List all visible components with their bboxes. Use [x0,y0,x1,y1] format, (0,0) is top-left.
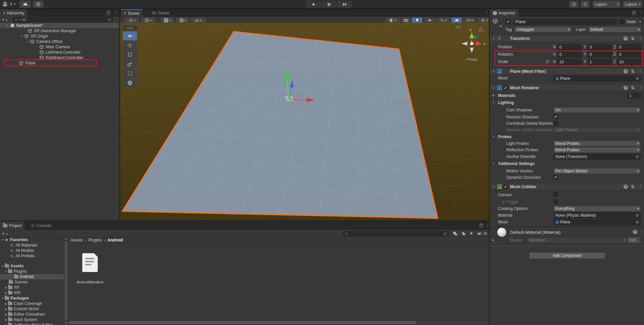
favorite-all-prefabs[interactable]: All Prefabs [10,253,64,259]
favorites-section-row[interactable]: ▼ ★ Favorites [0,237,64,242]
transform-header[interactable]: ▼ Transform ? ⋮ [490,35,644,42]
scene-menu-kebab-icon[interactable]: ⋮ [485,10,489,15]
presets-icon[interactable] [631,86,635,90]
tree-row-jetbrains-rider-editor[interactable]: ▶ JetBrains Rider Editor [4,322,64,325]
tree-row-packages[interactable]: ▼ Packages [0,295,64,301]
breadcrumb-assets[interactable]: Assets [71,238,83,242]
view-tool-button[interactable] [123,32,137,40]
foldout-closed-icon[interactable]: ▶ [4,318,8,321]
hierarchy-row-samplescene[interactable]: ▼ SampleScene* ⋮ [0,23,119,28]
foldout-open-icon[interactable]: ▼ [20,35,24,38]
motion-vectors-dropdown[interactable]: Per Object Motion [553,168,641,174]
foldout-open-icon[interactable]: ▼ [492,70,496,73]
mesh-collider-header[interactable]: ▼ Mesh Collider ? ⋮ [490,183,644,190]
create-asset-caret-icon[interactable]: ▾ [6,232,8,236]
move-tool-button[interactable] [123,41,137,50]
tree-row-android[interactable]: Android [14,274,64,279]
layout-dropdown[interactable]: Layout▾ [623,1,642,8]
inspector-menu-kebab-icon[interactable]: ⋮ [639,10,643,15]
light-probes-dropdown[interactable]: Blend Probes [553,141,641,147]
help-icon[interactable]: ? [624,69,628,73]
favorite-all-models[interactable]: All Models [10,248,64,253]
plastic-scm-button[interactable] [33,1,44,8]
play-button[interactable] [306,1,321,8]
tools-overlay-handle[interactable] [123,25,137,31]
hierarchy-row-xr-interaction-manager[interactable]: XR Interaction Manager [28,28,118,34]
scrollbar-thumb[interactable] [69,321,416,324]
material-preview-sphere[interactable] [497,228,506,237]
scale-tool-button[interactable] [123,60,137,68]
draw-mode-button[interactable]: ▾ [385,17,400,23]
hierarchy-row-xr-origin[interactable]: ▼ XR Origin [20,34,118,39]
tab-scene[interactable]: # Scene [121,9,142,17]
position-y-field[interactable]: 0 [588,44,612,50]
undo-history-button[interactable] [569,1,579,8]
tree-row-code-coverage[interactable]: ▶ Code Coverage [4,301,64,306]
gizmos-button[interactable]: ▾ [477,17,489,23]
favorites-star-icon[interactable]: ★ [469,231,473,236]
tree-row-editor-coroutines[interactable]: ▶ Editor Coroutines [4,312,64,317]
tree-row-input-system[interactable]: ▶ Input System [4,317,64,322]
scene-lighting-toggle[interactable] [412,17,422,23]
foldout-open-icon[interactable]: ▼ [5,24,9,27]
global-search-button[interactable] [581,1,590,8]
account-avatar[interactable] [2,1,8,7]
tree-row-scenes[interactable]: Scenes [9,279,64,285]
search-by-label-icon[interactable] [461,231,466,236]
snap-increment-button[interactable]: ▾ [191,17,205,23]
foldout-closed-icon[interactable]: ▶ [491,238,495,241]
receive-shadows-checkbox[interactable] [553,114,558,119]
material-preview-grip[interactable] [490,245,644,248]
tab-game[interactable]: Game [148,9,172,17]
hierarchy-search-input[interactable]: ▾ All [12,17,113,22]
transform-tool-button[interactable] [123,78,137,87]
tree-row-assets[interactable]: ▼ Assets [0,263,64,269]
materials-count-field[interactable]: 1 [627,93,641,98]
tag-dropdown[interactable]: Untagged [514,26,571,33]
foldout-open-icon[interactable]: ▼ [4,270,8,273]
gameobject-icon-button[interactable] [493,18,498,24]
mesh-object-field[interactable]: Plane [553,75,641,82]
create-asset-button[interactable]: + [2,231,5,236]
static-caret-icon[interactable]: ▾ [639,20,641,23]
layers-dropdown[interactable]: Layers▾ [593,1,621,8]
tree-row-custom-nunit[interactable]: ▶ Custom NUnit [4,306,64,312]
position-z-field[interactable]: 0 [617,44,641,50]
component-kebab-icon[interactable]: ⋮ [639,184,643,189]
tool-settings-button[interactable]: ▾ [125,17,139,23]
lock-icon[interactable] [479,225,483,227]
handle-orientation-button[interactable]: ▾ [141,17,155,23]
grid-snapping-button[interactable]: ▾ [160,17,174,23]
cooking-options-dropdown[interactable]: Everything [553,206,641,212]
static-checkbox[interactable] [619,19,624,24]
add-object-button[interactable]: + [2,17,4,22]
content-hscrollbar[interactable] [68,320,490,325]
foldout-open-icon[interactable]: ▼ [1,238,5,241]
layer-dropdown[interactable]: Default [588,26,641,33]
androidmanifest-file-label[interactable]: AndroidManifest [71,280,109,284]
foldout-open-icon[interactable]: ▼ [26,40,30,43]
foldout-open-icon[interactable]: ▼ [492,185,496,188]
foldout-closed-icon[interactable]: ▶ [4,313,8,316]
scene-viewport[interactable]: y x ‹ Persp [120,23,489,221]
open-search-window-icon[interactable] [443,232,447,236]
hierarchy-row-main-camera[interactable]: Main Camera [39,44,118,50]
component-enabled-checkbox[interactable] [503,86,508,90]
help-icon[interactable]: ? [624,184,628,189]
foldout-closed-icon[interactable]: ▶ [492,94,496,97]
help-icon[interactable]: ? [624,86,628,90]
object-name-field[interactable]: Plane [513,19,617,25]
scene-effects-button[interactable]: ▾ [436,17,450,23]
help-icon[interactable]: ? [624,36,628,41]
rotate-tool-button[interactable] [123,50,137,59]
foldout-open-icon[interactable]: ▼ [492,135,496,138]
presets-icon[interactable] [631,184,635,189]
help-icon[interactable]: ? [633,230,637,234]
hierarchy-row-lefthand-controller[interactable]: LeftHand Controller [39,50,118,55]
divider-scene-inspector[interactable] [489,9,490,325]
component-kebab-icon[interactable]: ⋮ [639,36,643,41]
foldout-closed-icon[interactable]: ▶ [4,324,8,325]
foldout-open-icon[interactable]: ▼ [1,265,5,268]
breadcrumb-android[interactable]: Android [107,238,123,242]
rect-tool-button[interactable] [123,69,137,78]
